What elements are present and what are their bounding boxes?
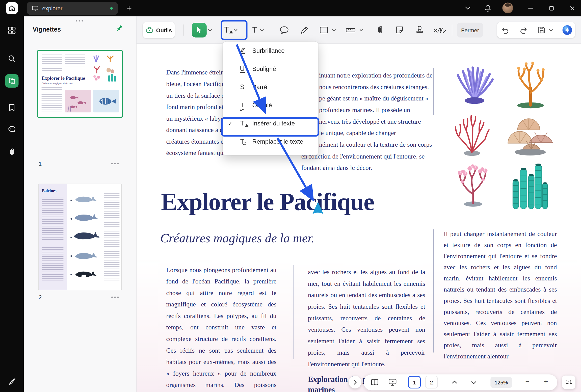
zoom-level-button[interactable]: 125% (490, 377, 512, 388)
thumbnail-page-1[interactable]: Explorer le Pacifique Créatures magiques… (38, 51, 122, 117)
main-toolbar: Outils T T (137, 16, 581, 44)
apps-grid-icon (7, 26, 16, 35)
thumbnails-panel-button[interactable] (5, 74, 19, 88)
previous-page-button[interactable] (452, 380, 457, 384)
menu-item-squiggly[interactable]: T Ondulé (223, 96, 318, 114)
page-1-button[interactable]: 1 (408, 376, 421, 388)
comment-bubble-icon (7, 125, 16, 134)
bookmark-icon (7, 103, 16, 112)
ai-assistant-button[interactable] (562, 24, 573, 36)
insert-text-annotation-box (221, 117, 319, 137)
thumb2-whale-images (70, 190, 103, 286)
thumb2-text-block (42, 197, 63, 241)
chevron-down-icon (465, 6, 471, 10)
menu-item-label: Barré (252, 84, 267, 91)
next-page-button[interactable] (471, 381, 477, 384)
reading-view-button[interactable] (370, 378, 379, 386)
pen-tool-button[interactable] (300, 25, 309, 35)
column-divider (293, 265, 293, 359)
actual-size-button[interactable]: 1:1 (562, 376, 575, 389)
page-2-button[interactable]: 2 (425, 376, 438, 388)
close-icon (570, 6, 574, 11)
bookmarks-button[interactable] (7, 103, 16, 112)
thumbnail-page-2[interactable]: Baleines (38, 184, 122, 290)
search-icon (7, 54, 16, 63)
menu-item-label: Ondulé (252, 102, 272, 109)
tools-button-label: Outils (156, 27, 172, 33)
menu-item-highlight[interactable]: Surbrillance (223, 42, 318, 60)
zoom-out-button[interactable]: − (525, 378, 530, 386)
thumb1-photo-fish-pink (65, 90, 91, 112)
paperclip-icon (376, 25, 384, 35)
select-tool-chevron[interactable] (208, 29, 212, 32)
thumb1-text-block (65, 55, 85, 68)
shape-tool-button[interactable] (320, 26, 328, 34)
highlight-icon (237, 46, 247, 56)
select-tool-button[interactable] (192, 23, 207, 38)
page-2-menu-button[interactable] (111, 297, 119, 298)
squiggly-underline-icon: T (237, 100, 247, 110)
redo-button[interactable] (519, 26, 528, 34)
image-orange-tree-coral (508, 59, 554, 109)
minimize-button[interactable] (525, 3, 536, 13)
pen-icon (300, 25, 309, 35)
brand-brush-button[interactable] (7, 377, 16, 386)
thumbnails-panel: Vignettes Explorer le Pacifique Créature… (24, 16, 137, 392)
ai-assistant-icon (562, 24, 573, 36)
menu-item-strikethrough[interactable]: S Barré (223, 78, 318, 96)
shape-tool-chevron[interactable] (332, 29, 336, 32)
menu-item-label: Souligné (252, 65, 276, 72)
comment-tool-button[interactable] (279, 25, 289, 34)
doc-intro-mid-column: inuant notre exploration des profondeurs… (319, 70, 432, 150)
undo-icon (501, 26, 510, 34)
column-divider (433, 229, 434, 352)
paperclip-icon (7, 148, 16, 156)
page-2-label: 2 (39, 294, 42, 300)
save-icon (537, 25, 546, 34)
attach-file-button[interactable] (376, 25, 384, 35)
toolbar-divider (452, 24, 452, 36)
redo-icon (519, 26, 528, 34)
close-edit-mode-button[interactable]: Fermer (457, 23, 483, 38)
app-tab[interactable]: explorer (27, 2, 118, 15)
tab-label: explorer (42, 5, 63, 12)
document-canvas[interactable]: Dans l'immense étrein bleue, l'océan Pac… (137, 44, 581, 392)
home-button[interactable] (6, 2, 18, 14)
zoom-in-button[interactable]: + (544, 378, 548, 386)
panel-drag-handle[interactable] (76, 20, 83, 21)
page-1-menu-button[interactable] (111, 163, 119, 164)
measure-tool-button[interactable] (346, 26, 356, 34)
measure-tool-chevron[interactable] (359, 29, 363, 32)
menu-item-underline[interactable]: U Souligné (223, 60, 318, 78)
signature-tool-button[interactable] (433, 26, 447, 34)
tools-button[interactable]: Outils (143, 22, 175, 38)
avatar-hair (505, 3, 511, 7)
add-text-tool-button[interactable]: T (252, 23, 270, 37)
apps-grid-button[interactable] (7, 26, 16, 35)
ruler-icon (346, 26, 356, 34)
bell-icon (484, 5, 491, 12)
expand-statusbar-button[interactable] (349, 376, 361, 388)
attachments-button[interactable] (7, 148, 16, 156)
edit-text-annotation-box (221, 20, 248, 40)
titlebar: explorer (0, 0, 581, 16)
presentation-mode-button[interactable] (388, 378, 397, 386)
stamp-tool-button[interactable] (415, 25, 424, 35)
sticker-tool-button[interactable] (395, 25, 404, 34)
pin-panel-button[interactable] (115, 24, 123, 33)
undo-button[interactable] (501, 26, 510, 34)
maximize-button[interactable] (546, 3, 557, 13)
notifications-button[interactable] (483, 3, 493, 13)
comments-button[interactable] (7, 125, 16, 134)
pin-icon (115, 24, 123, 33)
user-avatar[interactable] (502, 3, 513, 13)
close-button[interactable] (567, 3, 577, 13)
doc-body-left: Lorsque nous plongeons profondément au f… (166, 264, 277, 392)
replace-text-icon: T (237, 137, 247, 146)
new-tab-button[interactable] (124, 3, 134, 13)
underline-icon: U (237, 64, 247, 74)
save-button[interactable] (537, 25, 546, 34)
search-button[interactable] (7, 54, 16, 63)
save-chevron[interactable] (549, 29, 553, 32)
collapse-chevron-button[interactable] (463, 3, 473, 13)
